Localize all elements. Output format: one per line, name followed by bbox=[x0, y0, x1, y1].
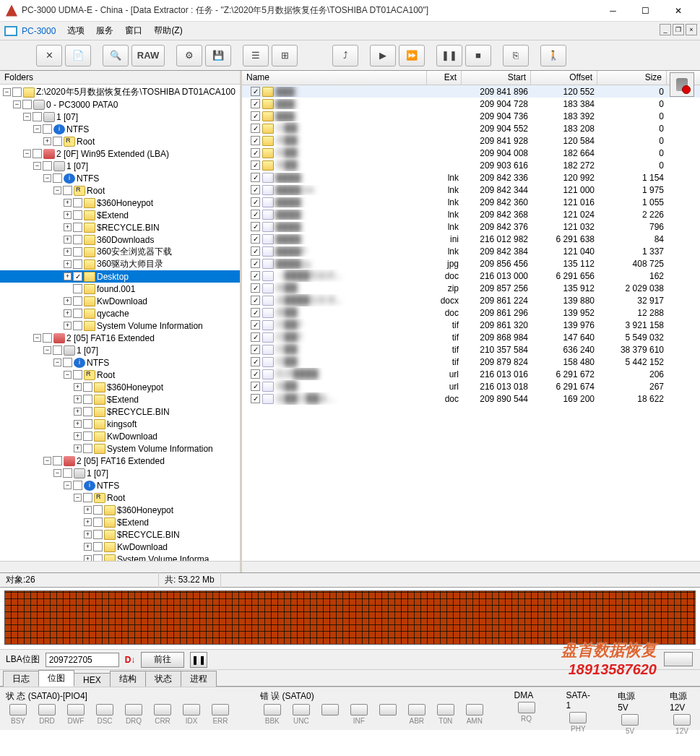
col-offset[interactable]: Offset bbox=[531, 71, 597, 85]
tool-play-button[interactable]: ▶ bbox=[370, 45, 396, 66]
tree-expand-icon[interactable]: − bbox=[23, 113, 31, 121]
tab-日志[interactable]: 日志 bbox=[3, 671, 39, 687]
file-row[interactable]: ✓海██url216 013 0186 291 674267 bbox=[242, 380, 700, 392]
tree-checkbox[interactable] bbox=[83, 444, 92, 453]
tree-checkbox[interactable] bbox=[73, 198, 82, 207]
file-checkbox[interactable]: ✓ bbox=[251, 369, 260, 379]
db-tool-button[interactable] bbox=[670, 72, 694, 97]
tree-expand-icon[interactable]: + bbox=[64, 236, 72, 244]
file-row[interactable]: ✓████pgjpg209 856 456135 112408 725 bbox=[242, 257, 700, 270]
file-checkbox[interactable]: ✓ bbox=[251, 185, 260, 194]
file-checkbox[interactable]: ✓ bbox=[251, 124, 260, 133]
tree-expand-icon[interactable]: + bbox=[74, 383, 82, 391]
file-checkbox[interactable]: ✓ bbox=[251, 234, 260, 244]
tree-row[interactable]: −1 [07] bbox=[0, 111, 240, 123]
tree-expand-icon[interactable]: + bbox=[64, 223, 72, 231]
tree-row[interactable]: +360驱动大师目录 bbox=[0, 258, 240, 270]
tree-scrollbar[interactable] bbox=[0, 561, 240, 572]
tool-disk-button[interactable]: 💾 bbox=[205, 45, 231, 66]
tab-状态[interactable]: 状态 bbox=[145, 671, 181, 687]
tree-expand-icon[interactable]: − bbox=[74, 494, 82, 502]
file-row[interactable]: ✓仆██209 904 552183 2080 bbox=[242, 122, 700, 134]
file-row[interactable]: ✓南██zip209 857 256135 9122 029 038 bbox=[242, 282, 700, 294]
lba-input[interactable] bbox=[46, 653, 119, 667]
tool-settings-button[interactable]: ✕ bbox=[36, 45, 62, 66]
tree-row[interactable]: +$RECYCLE.BIN bbox=[0, 405, 240, 418]
file-checkbox[interactable]: ✓ bbox=[251, 87, 260, 96]
tree-row[interactable]: +$Extend bbox=[0, 393, 240, 405]
tree-expand-icon[interactable]: + bbox=[74, 444, 82, 452]
tree-row[interactable]: −2 [05] FAT16 Extended bbox=[0, 455, 240, 467]
tree-checkbox[interactable] bbox=[12, 87, 22, 97]
file-checkbox[interactable]: ✓ bbox=[251, 357, 260, 366]
tree-row[interactable]: +$360Honeypot bbox=[0, 381, 240, 393]
tree-checkbox[interactable] bbox=[33, 149, 42, 158]
file-row[interactable]: ✓████lnk209 842 376121 032796 bbox=[242, 220, 700, 233]
file-row[interactable]: ✓扫██tif209 879 824158 4805 442 152 bbox=[242, 356, 700, 368]
file-checkbox[interactable]: ✓ bbox=[251, 308, 260, 317]
tree-row[interactable]: +360Downloads bbox=[0, 233, 240, 246]
tree-row[interactable]: found.001 bbox=[0, 283, 240, 295]
minimize-button[interactable]: ─ bbox=[597, 1, 629, 21]
tree-expand-icon[interactable]: − bbox=[64, 481, 72, 489]
tool-skip-button[interactable]: ⏩ bbox=[399, 45, 425, 66]
file-row[interactable]: ✓███209 904 728183 3840 bbox=[242, 98, 700, 110]
tool-partition-button[interactable]: ⚙ bbox=[176, 45, 202, 66]
tree-checkbox[interactable] bbox=[93, 542, 103, 551]
file-row[interactable]: ✓～████民政府...doc216 013 0006 291 656162 bbox=[242, 270, 700, 282]
tree-row[interactable]: −2 [0F] Win95 Extended (LBA) bbox=[0, 147, 240, 160]
tree-expand-icon[interactable]: − bbox=[53, 358, 61, 366]
tool-list-button[interactable]: ☰ bbox=[243, 45, 269, 66]
file-checkbox[interactable]: ✓ bbox=[251, 259, 260, 268]
tree-row[interactable]: −Z:\2020年5月数据恢复任务\TOSHIBA DT01ACA100 bbox=[0, 86, 240, 98]
tree-row[interactable]: +System Volume Informa bbox=[0, 553, 240, 561]
tree-expand-icon[interactable]: − bbox=[53, 186, 61, 194]
tree-expand-icon[interactable]: + bbox=[74, 432, 82, 440]
tree-checkbox[interactable] bbox=[73, 247, 82, 257]
file-row[interactable]: ✓████lnk209 842 336120 9921 154 bbox=[242, 171, 700, 184]
tree-row[interactable]: +qycache bbox=[0, 307, 240, 319]
tree-checkbox[interactable] bbox=[93, 517, 103, 527]
tree-expand-icon[interactable]: + bbox=[84, 555, 92, 561]
tree-row[interactable]: +$RECYCLE.BIN bbox=[0, 221, 240, 233]
tree-expand-icon[interactable]: − bbox=[33, 334, 41, 342]
tab-位图[interactable]: 位图 bbox=[38, 670, 74, 687]
tree-row[interactable]: +$360Honeypot bbox=[0, 504, 240, 516]
tree-checkbox[interactable] bbox=[73, 296, 82, 306]
tree-expand-icon[interactable]: − bbox=[43, 174, 51, 182]
tree-checkbox[interactable] bbox=[93, 505, 103, 515]
file-row[interactable]: ✓████lnk209 842 360121 0161 055 bbox=[242, 196, 700, 208]
tree-expand-icon[interactable]: + bbox=[84, 518, 92, 526]
tree-row[interactable]: +kingsoft bbox=[0, 418, 240, 430]
menu-服务[interactable]: 服务 bbox=[96, 25, 113, 35]
tab-HEX[interactable]: HEX bbox=[74, 673, 111, 687]
file-row[interactable]: ✓████ini216 012 9826 291 63884 bbox=[242, 233, 700, 245]
file-checkbox[interactable]: ✓ bbox=[251, 136, 260, 145]
tree-expand-icon[interactable]: + bbox=[43, 137, 51, 145]
tree-checkbox[interactable] bbox=[93, 554, 103, 561]
tab-进程[interactable]: 进程 bbox=[181, 671, 217, 687]
tool-raw-button[interactable]: RAW bbox=[131, 45, 165, 66]
tree-expand-icon[interactable]: + bbox=[74, 395, 82, 403]
tree-expand-icon[interactable]: + bbox=[64, 260, 72, 268]
file-row[interactable]: ✓████.lnklnk209 842 344121 0001 975 bbox=[242, 184, 700, 196]
tree-expand-icon[interactable]: + bbox=[84, 543, 92, 551]
file-checkbox[interactable]: ✓ bbox=[251, 345, 260, 354]
tree-checkbox[interactable]: ✓ bbox=[73, 272, 82, 281]
tree-row[interactable]: −2 [05] FAT16 Extended bbox=[0, 332, 240, 344]
tree-checkbox[interactable] bbox=[53, 173, 62, 183]
maximize-button[interactable]: ☐ bbox=[629, 1, 662, 21]
file-list[interactable]: ✓███209 841 896120 5520✓███209 904 72818… bbox=[242, 85, 700, 561]
file-checkbox[interactable]: ✓ bbox=[251, 283, 260, 293]
tree-expand-icon[interactable]: + bbox=[64, 309, 72, 317]
tree-row[interactable]: −iNTFS bbox=[0, 479, 240, 491]
file-row[interactable]: ✓房██209 841 928120 5840 bbox=[242, 134, 700, 147]
file-row[interactable]: ✓███209 904 736183 3920 bbox=[242, 110, 700, 122]
tree-row[interactable]: −Root bbox=[0, 184, 240, 197]
tree-expand-icon[interactable]: − bbox=[53, 469, 61, 477]
tree-expand-icon[interactable]: − bbox=[3, 88, 11, 96]
tree-expand-icon[interactable]: − bbox=[13, 100, 21, 108]
tree-checkbox[interactable] bbox=[43, 333, 52, 343]
tree-checkbox[interactable] bbox=[63, 186, 72, 195]
tool-search-button[interactable]: 🔍 bbox=[103, 45, 129, 66]
